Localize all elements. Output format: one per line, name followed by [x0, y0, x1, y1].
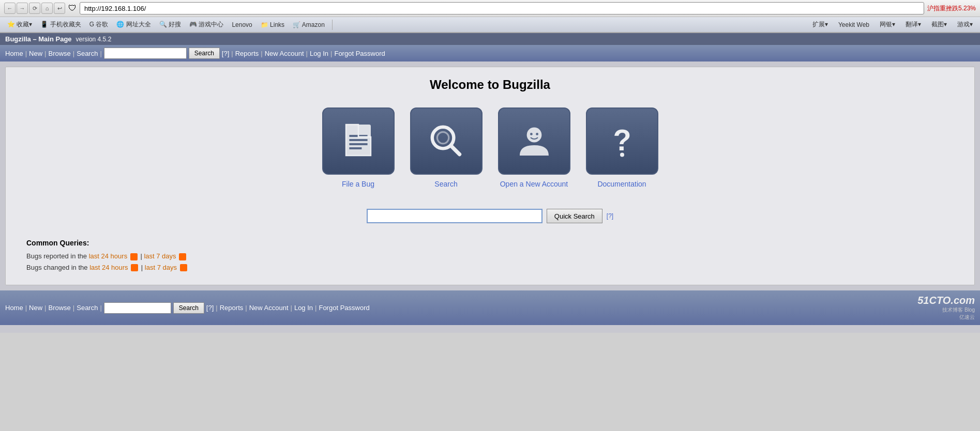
toolbar-webdaquan[interactable]: 🌐 网址大全: [113, 19, 154, 30]
icon-grid: File a Bug Search: [16, 107, 964, 188]
toolbar-links[interactable]: 📁 Links: [258, 20, 288, 29]
search-icon: [426, 120, 467, 162]
query-row-changed: Bugs changed in the last 24 hours | last…: [26, 264, 964, 272]
query-row-reported: Bugs reported in the last 24 hours | las…: [26, 252, 964, 260]
rss-icon-3: [131, 264, 138, 271]
toolbar-games2[interactable]: 游戏▾: [954, 19, 976, 30]
svg-point-7: [437, 132, 448, 143]
quick-search-area: Quick Search [?]: [16, 209, 964, 223]
toolbar-haosou[interactable]: 🔍 好搜: [156, 19, 184, 30]
nav-home[interactable]: Home: [5, 50, 23, 57]
nav-forgot-password[interactable]: Forgot Password: [334, 50, 385, 57]
nav-browse[interactable]: Browse: [48, 50, 70, 57]
rss-icon-2: [179, 253, 186, 260]
nav-new[interactable]: New: [29, 50, 42, 57]
nav-search-help[interactable]: [?]: [222, 50, 229, 57]
quick-search-help-link[interactable]: [?]: [607, 212, 613, 220]
undo-button[interactable]: ↩: [54, 3, 65, 14]
quick-search-input[interactable]: [367, 209, 542, 223]
footer-nav-search[interactable]: Search: [77, 304, 98, 312]
nav-search-input[interactable]: [104, 48, 187, 59]
footer-nav-login[interactable]: Log In: [294, 304, 313, 312]
quick-search-button[interactable]: Quick Search: [547, 209, 602, 223]
toolbar-mobile[interactable]: 📱 手机收藏夹: [37, 19, 84, 30]
footer-nav-reports[interactable]: Reports: [220, 304, 244, 312]
file-bug-icon-box: [322, 107, 395, 175]
person-icon: [514, 120, 555, 162]
svg-text:?: ?: [613, 124, 631, 157]
svg-point-10: [536, 133, 538, 135]
toolbar-lenovo[interactable]: Lenovo: [229, 20, 255, 29]
footer-search-help[interactable]: [?]: [206, 304, 214, 312]
svg-point-9: [530, 133, 533, 135]
query-reported-prefix: Bugs reported in the: [26, 252, 89, 260]
welcome-title: Welcome to Bugzilla: [16, 78, 964, 92]
query-changed-prefix: Bugs changed in the: [26, 264, 89, 271]
svg-rect-4: [349, 147, 361, 149]
back-button[interactable]: ←: [4, 3, 16, 14]
query-reported-24h[interactable]: last 24 hours: [89, 252, 127, 260]
address-bar[interactable]: [80, 2, 924, 14]
footer-brand-sub1: 技术博客 Blog: [917, 306, 975, 314]
toolbar-translate[interactable]: 翻译▾: [902, 19, 924, 30]
file-bug-item[interactable]: File a Bug: [322, 107, 395, 188]
new-account-icon-box: [498, 107, 570, 175]
document-icon: [338, 120, 379, 162]
documentation-label[interactable]: Documentation: [597, 180, 646, 188]
home-button[interactable]: ⌂: [41, 3, 53, 14]
new-account-item[interactable]: Open a New Account: [498, 107, 570, 188]
nav-search[interactable]: Search: [77, 50, 98, 57]
footer-nav-new[interactable]: New: [29, 304, 42, 312]
nav-search-button[interactable]: Search: [189, 48, 220, 59]
search-label[interactable]: Search: [434, 180, 457, 188]
nav-reports[interactable]: Reports: [235, 50, 259, 57]
browser-chrome: ← → ⟳ ⌂ ↩ 🛡 沪指重挫跌5.23% ⭐ 收藏▾ 📱 手机收藏夹 G 谷…: [0, 0, 980, 33]
toolbar-amazon[interactable]: 🛒 Amazon: [290, 20, 328, 29]
svg-point-8: [526, 128, 541, 143]
footer-nav-new-account[interactable]: New Account: [249, 304, 289, 312]
rss-icon-4: [180, 264, 187, 271]
new-account-label[interactable]: Open a New Account: [500, 180, 568, 188]
query-reported-7d[interactable]: last 7 days: [144, 252, 176, 260]
documentation-icon-box: ?: [586, 107, 658, 175]
question-icon: ?: [601, 120, 643, 162]
footer-nav-browse[interactable]: Browse: [48, 304, 70, 312]
search-icon-box: [410, 107, 483, 175]
bugzilla-version: version 4.5.2: [76, 36, 112, 43]
search-item[interactable]: Search: [410, 107, 483, 188]
refresh-button[interactable]: ⟳: [29, 3, 40, 14]
bugzilla-main-title: Bugzilla – Main Page: [5, 35, 72, 43]
rss-icon-1: [130, 253, 138, 260]
svg-rect-2: [349, 139, 367, 141]
toolbar-games[interactable]: 🎮 游戏中心: [186, 19, 227, 30]
toolbar-extend[interactable]: 扩展▾: [809, 19, 831, 30]
footer-search-button[interactable]: Search: [173, 302, 204, 314]
nav-new-account[interactable]: New Account: [265, 50, 304, 57]
documentation-item[interactable]: ? Documentation: [586, 107, 658, 188]
file-bug-label[interactable]: File a Bug: [342, 180, 374, 188]
toolbar-sep: [332, 20, 333, 30]
svg-line-6: [451, 146, 459, 155]
query-changed-7d[interactable]: last 7 days: [145, 264, 177, 271]
toolbar-google[interactable]: G 谷歌: [86, 19, 112, 30]
toolbar-yeekit[interactable]: Yeekit Web: [835, 20, 872, 29]
toolbar-netbank[interactable]: 网银▾: [877, 19, 898, 30]
nav-login[interactable]: Log In: [310, 50, 328, 57]
svg-point-12: [620, 152, 624, 157]
query-changed-24h[interactable]: last 24 hours: [89, 264, 128, 271]
footer-brand-main: 51CTO.com: [917, 295, 975, 306]
footer-search-input[interactable]: [104, 302, 171, 314]
stock-ticker: 沪指重挫跌5.23%: [927, 4, 976, 13]
bugzilla-nav-bar: Home | New | Browse | Search | Search [?…: [0, 45, 980, 61]
footer-nav-home[interactable]: Home: [5, 304, 23, 312]
bugzilla-title-bar: Bugzilla – Main Page version 4.5.2: [0, 33, 980, 45]
toolbar-screenshot[interactable]: 截图▾: [928, 19, 950, 30]
query-changed-sep: |: [141, 264, 145, 271]
common-queries-title: Common Queries:: [26, 239, 964, 247]
svg-rect-3: [349, 143, 367, 145]
toolbar-favorites[interactable]: ⭐ 收藏▾: [4, 19, 35, 30]
bugzilla-footer: Home | New | Browse | Search | Search [?…: [0, 290, 980, 325]
footer-nav-forgot-password[interactable]: Forgot Password: [319, 304, 369, 312]
forward-button[interactable]: →: [17, 3, 28, 14]
footer-right-brand: 51CTO.com 技术博客 Blog 亿速云: [917, 295, 975, 321]
